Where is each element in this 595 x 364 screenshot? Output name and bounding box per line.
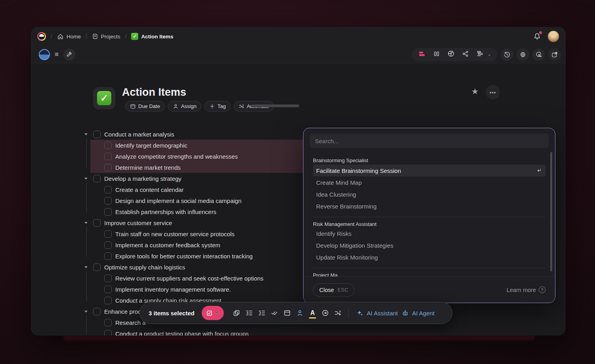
task-row[interactable]: Conduct a product testing phase with foc… [84, 328, 341, 336]
task-checkbox[interactable] [104, 252, 112, 260]
columns-view-icon[interactable] [433, 50, 440, 59]
settings-gear-icon[interactable] [517, 48, 529, 61]
task-checkbox[interactable] [104, 319, 112, 326]
disclosure-triangle-icon[interactable] [84, 311, 93, 313]
popup-command-item[interactable]: Create Mind Map [313, 176, 545, 188]
arrow-circle-icon[interactable] [319, 307, 332, 319]
ai-agent-button[interactable]: AI Agent [402, 309, 435, 317]
task-checkbox[interactable] [104, 241, 112, 249]
disclosure-triangle-icon[interactable] [84, 133, 93, 135]
task-row[interactable]: Review current suppliers and seek cost-e… [84, 273, 341, 284]
user-avatar[interactable] [547, 30, 559, 42]
task-checkbox[interactable] [104, 142, 112, 149]
task-row[interactable]: Improve customer service [84, 217, 341, 228]
learn-more-link[interactable]: Learn more ? [507, 286, 545, 293]
task-row[interactable]: Implement a customer feedback system [84, 239, 341, 250]
breadcrumb-item-home[interactable]: Home [57, 33, 81, 40]
task-checkbox[interactable] [104, 208, 112, 216]
star-icon[interactable]: ★ [471, 87, 479, 96]
task-checkbox[interactable] [93, 308, 101, 315]
task-checkbox[interactable] [104, 186, 112, 193]
disclosure-triangle-icon[interactable] [84, 266, 93, 268]
task-row[interactable]: Determine market trends [84, 162, 341, 173]
task-row[interactable]: Design and implement a social media camp… [84, 195, 341, 206]
wheel-view-icon[interactable] [447, 50, 455, 59]
checkbox-action-button[interactable] [202, 306, 224, 320]
history-icon[interactable] [501, 48, 513, 61]
outdent-icon[interactable] [243, 307, 256, 319]
task-checkbox[interactable] [93, 175, 101, 182]
due-date-button[interactable]: Due Date [125, 101, 165, 112]
comments-search-icon[interactable] [532, 48, 545, 61]
more-options-button[interactable]: ••• [486, 85, 500, 99]
task-title: Conduct a market analysis [104, 131, 174, 138]
task-checkbox[interactable] [104, 330, 112, 336]
task-checkbox[interactable] [104, 297, 112, 304]
popup-command-item[interactable]: Identify Risks [313, 228, 545, 239]
section-header: Project Ma [313, 272, 545, 277]
text-color-icon[interactable]: A [306, 307, 319, 319]
indent-icon[interactable] [256, 307, 268, 319]
double-check-icon[interactable] [268, 307, 281, 319]
disclosure-triangle-icon[interactable] [84, 222, 93, 224]
automate-flow-icon[interactable] [332, 307, 344, 319]
copy-icon[interactable] [230, 307, 243, 319]
breadcrumb-item-projects[interactable]: Projects [92, 33, 120, 40]
task-title: Implement a customer feedback system [115, 242, 220, 248]
task-row[interactable]: Establish partnerships with influencers [84, 206, 341, 217]
task-checkbox[interactable] [104, 275, 112, 282]
export-icon[interactable] [548, 48, 561, 61]
popup-item-label: Facilitate Brainstorming Session [316, 167, 401, 174]
popup-command-item[interactable]: Update Risk Monitoring [313, 251, 545, 263]
popup-command-item[interactable]: Facilitate Brainstorming Session [313, 165, 545, 176]
task-checkbox[interactable] [104, 286, 112, 293]
task-row[interactable]: Develop a marketing strategy [84, 173, 341, 184]
task-row[interactable]: Implement inventory management software. [84, 284, 341, 295]
assign-button[interactable]: Assign [168, 101, 201, 112]
popup-command-item[interactable]: Reverse Brainstorming [313, 200, 545, 212]
task-checkbox[interactable] [93, 219, 101, 227]
task-row[interactable]: Identify target demographic [84, 140, 341, 151]
search-input[interactable] [310, 138, 549, 144]
task-checkbox[interactable] [104, 153, 112, 160]
task-row[interactable]: Train staff on new customer service prot… [84, 228, 341, 239]
task-title: Design and implement a social media camp… [115, 197, 242, 204]
assign-person-icon[interactable] [294, 307, 306, 319]
close-button[interactable]: Close ESC [313, 283, 355, 297]
share-nodes-icon[interactable] [462, 50, 469, 59]
task-row[interactable]: Conduct a market analysis [84, 129, 341, 140]
layout-list-icon[interactable] [476, 50, 484, 59]
task-checkbox[interactable] [93, 264, 101, 271]
tag-button[interactable]: Tag [204, 101, 231, 112]
task-title: Establish partnerships with influencers [115, 209, 216, 215]
divider [313, 217, 545, 217]
task-group: Improve customer serviceTrain staff on n… [84, 217, 341, 262]
task-checkbox[interactable] [104, 230, 112, 238]
task-checkbox[interactable] [93, 131, 101, 138]
task-row[interactable]: Explore tools for better customer intera… [84, 250, 341, 262]
popup-command-item[interactable]: Develop Mitigation Strategies [313, 239, 545, 251]
popup-command-item[interactable]: Idea Clustering [313, 188, 545, 200]
hammer-tool-icon[interactable] [63, 49, 75, 61]
chevron-down-icon[interactable]: ⌄ [488, 52, 491, 57]
notification-bell-icon[interactable] [533, 32, 541, 40]
section-header: Brainstorming Specialist [313, 157, 545, 164]
ai-assistant-button[interactable]: AI Assistant [357, 309, 398, 317]
hamburger-menu-icon[interactable]: ≡ [55, 51, 59, 59]
task-checkbox[interactable] [104, 164, 112, 171]
app-logo[interactable] [37, 32, 46, 41]
selection-count: 3 items selected [149, 310, 195, 317]
disclosure-triangle-icon[interactable] [84, 178, 93, 180]
toolbar-divider [348, 308, 349, 318]
app-avatar-icon[interactable] [39, 49, 50, 60]
card-icon[interactable] [281, 307, 294, 319]
task-row[interactable]: Analyze competitor strengths and weaknes… [84, 151, 341, 162]
task-row[interactable]: Optimize supply chain logistics [84, 262, 341, 273]
task-row[interactable]: Create a content calendar [84, 184, 341, 195]
cards-view-icon[interactable] [418, 50, 426, 59]
breadcrumb-item-action-items[interactable]: ✓ Action Items [131, 33, 173, 40]
task-checkbox[interactable] [104, 197, 112, 205]
doc-emoji-tile[interactable]: ✓ [93, 87, 115, 109]
button-label: Tag [217, 103, 226, 109]
popup-scrollbar[interactable] [550, 152, 552, 271]
